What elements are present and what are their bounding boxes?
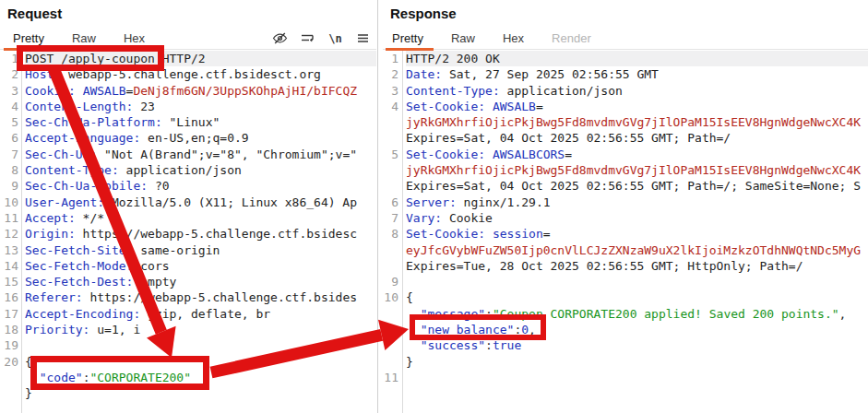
- tab-pretty[interactable]: Pretty: [13, 31, 44, 45]
- code-line: 6Server: nginx/1.29.1: [383, 195, 868, 210]
- line-text: eyJfcGVybWFuZW50Ijp0cnVlLCJzZXNzaW9uX2lk…: [406, 242, 868, 258]
- line-number: 20: [0, 354, 18, 370]
- panel-divider[interactable]: [377, 0, 378, 413]
- code-line: 5Set-Cookie: AWSALBCORS=: [383, 147, 868, 162]
- line-number: 4: [0, 99, 18, 114]
- line-text: [25, 337, 376, 353]
- code-line[interactable]: 14Sec-Fetch-Mode: cors: [0, 258, 376, 274]
- code-line: 10{: [383, 289, 868, 305]
- code-line[interactable]: 15Sec-Fetch-Dest: empty: [0, 274, 376, 289]
- line-text: Sec-Fetch-Mode: cors: [25, 258, 376, 274]
- line-number: 12: [0, 226, 18, 242]
- line-number: 3: [0, 83, 18, 99]
- line-text: User-Agent: Mozilla/5.0 (X11; Linux x86_…: [25, 195, 376, 210]
- line-number: 3: [383, 83, 398, 99]
- line-text: Content-Type: application/json: [406, 83, 868, 99]
- code-line[interactable]: 11Accept: */*: [0, 210, 376, 226]
- tab-raw[interactable]: Raw: [451, 31, 475, 45]
- line-text: Origin: https://webapp-5.challenge.ctf.b…: [25, 226, 376, 242]
- line-number: 4: [383, 99, 398, 114]
- line-number: 6: [383, 195, 398, 210]
- code-line[interactable]: 10User-Agent: Mozilla/5.0 (X11; Linux x8…: [0, 195, 376, 210]
- line-number: 8: [383, 226, 398, 242]
- line-text: Expires=Sat, 04 Oct 2025 02:56:55 GMT; P…: [406, 178, 868, 194]
- request-panel-title: Request: [7, 6, 62, 21]
- line-text: Date: Sat, 27 Sep 2025 02:56:55 GMT: [406, 66, 868, 82]
- menu-icon[interactable]: [355, 30, 371, 46]
- line-text: Sec-Fetch-Site: same-origin: [25, 242, 376, 258]
- line-text: jyRkGMXhrfiOjicPkjBwg5Fd8mvdmvGVg7jIlOPa…: [406, 162, 868, 178]
- request-body-code-box: [30, 356, 209, 390]
- hide-matches-icon[interactable]: [272, 30, 288, 46]
- code-line[interactable]: 18Priority: u=1, i: [0, 322, 376, 337]
- line-text: Sec-Ch-Ua-Platform: "Linux": [25, 114, 376, 130]
- line-number: 10: [383, 289, 398, 305]
- tab-raw[interactable]: Raw: [72, 31, 96, 45]
- code-line: }: [383, 354, 868, 370]
- code-line[interactable]: 8Content-Type: application/json: [0, 162, 376, 178]
- code-line[interactable]: 12Origin: https://webapp-5.challenge.ctf…: [0, 226, 376, 242]
- line-text: Accept: */*: [25, 210, 376, 226]
- line-text: Expires=Tue, 28 Oct 2025 02:56:55 GMT; H…: [406, 258, 868, 274]
- code-line[interactable]: 16Referer: https://webapp-5.challenge.ct…: [0, 289, 376, 305]
- code-line[interactable]: 4Content-Length: 23: [0, 99, 376, 114]
- line-text: Cookie: AWSALB=DeNj8fm6GN/3UppSKOhpAjHI/…: [25, 83, 376, 99]
- line-text: {: [406, 289, 868, 305]
- line-number: 15: [0, 274, 18, 289]
- code-line: 3Content-Type: application/json: [383, 83, 868, 99]
- line-number: 7: [383, 210, 398, 226]
- code-line[interactable]: 9Sec-Ch-Ua-Mobile: ?0: [0, 178, 376, 194]
- line-text: Set-Cookie: AWSALB=: [406, 99, 868, 114]
- code-line: Expires=Sat, 04 Oct 2025 02:56:55 GMT; P…: [383, 130, 868, 146]
- code-line[interactable]: 3Cookie: AWSALB=DeNj8fm6GN/3UppSKOhpAjHI…: [0, 83, 376, 99]
- code-line[interactable]: 6Accept-Language: en-US,en;q=0.9: [0, 130, 376, 146]
- line-number: 17: [0, 306, 18, 322]
- code-line: 8Set-Cookie: session=: [383, 226, 868, 242]
- line-number: 5: [383, 147, 398, 162]
- response-new-balance-box: [410, 314, 546, 340]
- line-text: HTTP/2 200 OK: [406, 51, 868, 66]
- response-panel-title: Response: [390, 6, 457, 21]
- line-number: 2: [383, 66, 398, 82]
- code-line[interactable]: 19: [0, 337, 376, 353]
- line-text: [406, 274, 868, 289]
- line-text: Sec-Fetch-Dest: empty: [25, 274, 376, 289]
- word-wrap-icon[interactable]: [300, 30, 315, 46]
- line-number: 7: [0, 147, 18, 162]
- line-text: Server: nginx/1.29.1: [406, 195, 868, 210]
- line-text: Content-Type: application/json: [25, 162, 376, 178]
- line-text: Vary: Cookie: [406, 210, 868, 226]
- line-number: 1: [0, 51, 18, 66]
- line-number: 9: [383, 274, 398, 289]
- request-toolbar: \n: [272, 28, 371, 49]
- code-line[interactable]: 13Sec-Fetch-Site: same-origin: [0, 242, 376, 258]
- tab-pretty[interactable]: Pretty: [392, 31, 423, 45]
- tab-hex[interactable]: Hex: [503, 31, 524, 45]
- code-line: 9: [383, 274, 868, 289]
- code-line[interactable]: 17Accept-Encoding: gzip, deflate, br: [0, 306, 376, 322]
- line-text: Expires=Sat, 04 Oct 2025 02:56:55 GMT; P…: [406, 130, 868, 146]
- line-text: [406, 370, 868, 385]
- request-line-box: [17, 45, 164, 71]
- line-number: 16: [0, 289, 18, 305]
- tab-hex[interactable]: Hex: [124, 31, 145, 45]
- code-line: 2Date: Sat, 27 Sep 2025 02:56:55 GMT: [383, 66, 868, 82]
- code-line: 7Vary: Cookie: [383, 210, 868, 226]
- line-number: 10: [0, 195, 18, 210]
- tab-render: Render: [552, 31, 591, 45]
- line-number: 14: [0, 258, 18, 274]
- line-text: Content-Length: 23: [25, 99, 376, 114]
- line-number: 1: [383, 51, 398, 66]
- newline-icon[interactable]: \n: [327, 30, 343, 46]
- line-number: 11: [0, 210, 18, 226]
- code-line: Expires=Tue, 28 Oct 2025 02:56:55 GMT; H…: [383, 258, 868, 274]
- line-number: 8: [0, 162, 18, 178]
- line-text: Set-Cookie: AWSALBCORS=: [406, 147, 868, 162]
- line-text: Set-Cookie: session=: [406, 226, 868, 242]
- code-line[interactable]: 5Sec-Ch-Ua-Platform: "Linux": [0, 114, 376, 130]
- code-line[interactable]: 7Sec-Ch-Ua: "Not A(Brand";v="8", "Chromi…: [0, 147, 376, 162]
- response-panel: Response PrettyRawHexRender 1HTTP/2 200 …: [383, 0, 868, 413]
- line-number: 13: [0, 242, 18, 258]
- code-line: eyJfcGVybWFuZW50Ijp0cnVlLCJzZXNzaW9uX2lk…: [383, 242, 868, 258]
- line-text: Sec-Ch-Ua: "Not A(Brand";v="8", "Chromiu…: [25, 147, 376, 162]
